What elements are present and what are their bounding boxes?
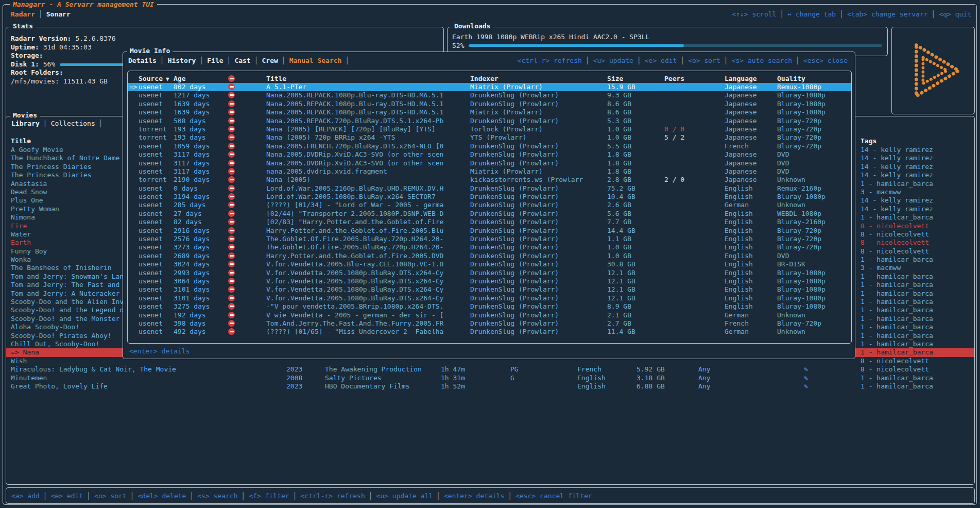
servarr-tab-radarr[interactable]: Radarr <box>11 10 35 18</box>
release-row[interactable]: usenet0 daysLord.of.War.2005.2160p.BluRa… <box>128 184 851 193</box>
release-size: 2.7 GB <box>607 319 664 328</box>
release-language: English <box>725 252 777 260</box>
release-size: 1.0 GB <box>607 125 664 133</box>
release-size: 2.8 GB <box>607 176 664 184</box>
shortcut-e-edit: <e> edit <box>645 57 677 64</box>
release-row[interactable]: usenet82 days[02/83] "Harry.Potter.and.t… <box>128 218 851 226</box>
release-peers <box>664 201 725 209</box>
column-header-indexer[interactable]: Indexer <box>470 74 607 83</box>
movie-rating <box>510 382 577 391</box>
download-progress-line: 52% <box>448 42 887 50</box>
release-row[interactable]: usenet2993 daysV.for.Vendetta.2005.1080p… <box>128 269 851 277</box>
release-quality: DVD <box>777 150 851 159</box>
release-row[interactable]: usenet492 days(????) [01/65] - "Miss Und… <box>128 328 851 336</box>
movie-info-tab-crew[interactable]: Crew <box>262 57 278 64</box>
release-indexer: DrunkenSlug (Prowlarr) <box>470 319 607 328</box>
release-row[interactable]: usenet2916 daysHarry.Potter.and.the.Gobl… <box>128 227 851 235</box>
release-select-arrow <box>129 91 139 99</box>
movie-info-tab-file[interactable]: File <box>207 57 223 64</box>
release-title: V.for.Vendetta.2005.1080p.BluRay.DTS.x26… <box>266 269 470 277</box>
reject-icon <box>228 201 235 208</box>
release-row[interactable]: usenet192 daysV wie Vendetta - 2005 - ge… <box>128 311 851 319</box>
movie-title: Minutemen <box>11 374 286 382</box>
release-size: 8.6 GB <box>607 100 664 108</box>
release-row[interactable]: usenet3101 daysV.for.Vendetta.2005.1080p… <box>128 285 851 294</box>
release-row[interactable]: usenet3064 daysV.for.Vendetta.2005.1080p… <box>128 277 851 285</box>
download-item-title: Earth 1998 1080p WEBRip x265 Hindi AAC2.… <box>452 33 650 42</box>
release-select-arrow <box>129 210 139 218</box>
release-language: English <box>725 269 777 277</box>
release-language: English <box>725 184 777 193</box>
release-language: English <box>725 218 777 226</box>
download-percent-value: 52% <box>452 42 464 50</box>
release-row[interactable]: usenet508 daysNana.2005.REPACK.720p.BluR… <box>128 117 851 125</box>
release-quality: Bluray-720p <box>777 117 851 125</box>
release-row[interactable]: =>usenet802 daysA 5.1-PTerMiatrix (Prowl… <box>128 83 851 91</box>
release-row[interactable]: usen­et3101 daysV.for.Vendetta.2005.1080… <box>128 294 851 302</box>
release-row[interactable]: usenet398 daysTom.And.Jerry.The.Fast.And… <box>128 319 851 328</box>
release-row[interactable]: usenet1639 daysNana.2005.REPACK.1080p.Bl… <box>128 108 851 116</box>
release-select-arrow <box>129 218 139 226</box>
release-indexer: Miatrix (Prowlarr) <box>470 83 607 91</box>
release-row[interactable]: usenet3024 daysV.for.Vendetta.2005.Blu-r… <box>128 260 851 268</box>
managarr-logo-icon <box>897 35 969 107</box>
column-header-release-title[interactable]: Title <box>266 74 470 83</box>
release-row[interactable]: usenet285 days(????) [01/34] - "Lord of … <box>128 201 851 209</box>
release-row[interactable]: torrent2190 daysNana (2005)kickasstorren… <box>128 176 851 184</box>
column-header-size[interactable]: Size <box>607 74 664 83</box>
release-row[interactable]: usenet1059 daysNana.2005.FRENCH.720p.Blu… <box>128 142 851 150</box>
release-title: -"V pour vendetta.2005.BRrip.1080p.x264-… <box>266 302 470 311</box>
release-row[interactable]: usenet3117 daysNana.2005.DVDRip.XviD.AC3… <box>128 159 851 167</box>
column-header-language[interactable]: Language <box>725 74 777 83</box>
release-row[interactable]: usenet3194 daysLord.of.War.2005.1080p.Bl… <box>128 193 851 201</box>
release-indexer: DrunkenSlug (Prowlarr) <box>470 277 607 285</box>
download-item-line[interactable]: Earth 1998 1080p WEBRip x265 Hindi AAC2.… <box>448 33 887 42</box>
movies-tab-library[interactable]: Library <box>11 120 40 127</box>
release-row[interactable]: usenet3117 daysnana.2005.dvdrip.xvid.fra… <box>128 167 851 176</box>
shortcut-separator: │ <box>504 492 515 500</box>
release-indexer: Miatrix (Prowlarr) <box>470 108 607 116</box>
release-title: Nana.2005.DVDRip.XviD.AC3-SVO (or other … <box>266 150 470 159</box>
movie-tag: 3 - macmww <box>861 264 974 272</box>
movie-row[interactable]: Great Photo, Lovely Life2023HBO Document… <box>6 382 974 391</box>
movie-info-tab-history[interactable]: History <box>168 57 196 64</box>
release-size: 12.1 GB <box>607 269 664 277</box>
release-row[interactable]: torrent193 daysNana (2005) [REPACK] [720… <box>128 125 851 133</box>
release-row[interactable]: usenet3275 days-"V pour vendetta.2005.BR… <box>128 302 851 311</box>
column-header-age[interactable]: Age <box>174 74 228 83</box>
movie-row[interactable]: Miraculous: Ladybug & Cat Noir, The Movi… <box>6 365 974 374</box>
release-peers <box>664 294 725 302</box>
release-row[interactable]: usenet3273 daysThe.Goblet.Of.Fire.2005.B… <box>128 243 851 251</box>
movie-info-tab-details[interactable]: Details <box>128 57 157 64</box>
release-row[interactable]: usenet27 days[02/44] "Transporter 2.2005… <box>128 210 851 218</box>
movie-info-tab-manual-search[interactable]: Manual Search <box>289 57 342 64</box>
movies-tab-collections[interactable]: Collections <box>51 120 95 127</box>
release-peers <box>664 159 725 167</box>
shortcut-s-auto-search: <s> auto search <box>732 57 792 64</box>
movie-tag: 1 - hamilcar_barca <box>861 332 974 340</box>
release-row[interactable]: usenet1639 daysNana.2005.REPACK.1080p.Bl… <box>128 100 851 108</box>
release-row[interactable]: usenet1217 daysNana.2005.REPACK.1080p.Bl… <box>128 91 851 99</box>
release-title: Lord.of.War.2005.2160p.BluRay.UHD.REMUX.… <box>266 184 470 193</box>
release-row[interactable]: torrent193 daysNana (2005) 720p BRRip x2… <box>128 133 851 142</box>
release-title: (????) [01/65] - "Miss Undercover 2- Fab… <box>266 328 470 336</box>
movie-info-tab-cast[interactable]: Cast <box>234 57 250 64</box>
reject-icon <box>228 312 235 318</box>
column-header-source[interactable]: Source▼ <box>139 74 174 83</box>
column-header-quality[interactable]: Quality <box>777 74 851 83</box>
release-source: usenet <box>139 243 174 251</box>
movie-row[interactable]: Minutemen2008Salty Pictures1h 31mGEnglis… <box>6 374 974 382</box>
release-row[interactable]: usenet3117 daysNana.2005.DVDRip.XviD.AC3… <box>128 150 851 159</box>
release-row[interactable]: usenet2689 daysHarry.Potter.and.the.Gobl… <box>128 252 851 260</box>
column-header-peers[interactable]: Peers <box>664 74 725 83</box>
release-row[interactable]: usenet2576 daysThe.Goblet.Of.Fire.2005.B… <box>128 235 851 243</box>
servarr-tab-sonarr[interactable]: Sonarr <box>46 10 71 18</box>
release-size: 75.2 GB <box>607 184 664 193</box>
release-quality: Unknown <box>777 311 851 319</box>
release-quality: Bluray-720p <box>777 227 851 235</box>
release-indexer: DrunkenSlug (Prowlarr) <box>470 235 607 243</box>
movie-info-tab-bar: Details│History│File│Cast│Crew│Manual Se… <box>128 57 353 64</box>
release-title: Nana.2005.REPACK.1080p.Blu-ray.DTS-HD.MA… <box>266 91 470 99</box>
release-quality: DVD <box>777 159 851 167</box>
release-indexer: Torlock (Prowlarr) <box>470 125 607 133</box>
